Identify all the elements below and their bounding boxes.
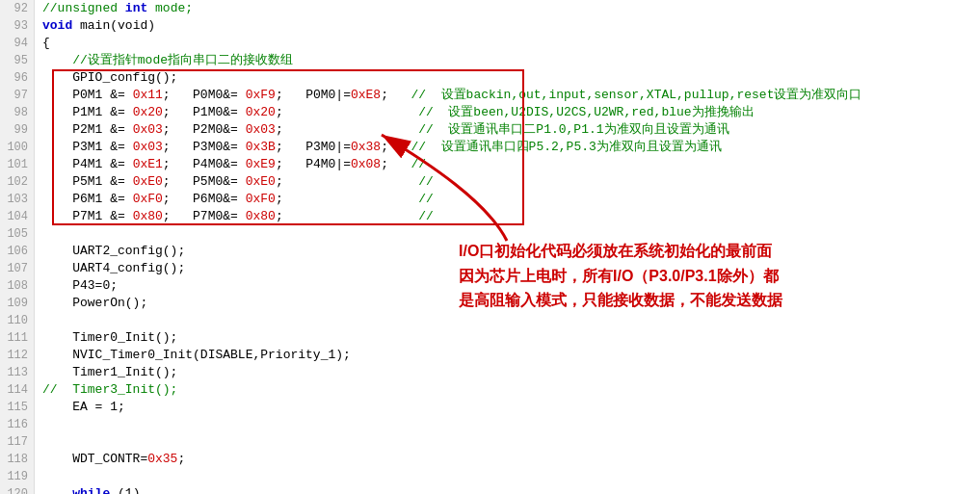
line-num-95: 95 bbox=[6, 52, 28, 69]
code-token: //unsigned int mode; bbox=[42, 0, 193, 17]
line-num-92: 92 bbox=[6, 0, 28, 17]
code-area[interactable]: //unsigned int mode; void main(void) { /… bbox=[35, 0, 980, 494]
code-token: GPIO_config(); bbox=[42, 69, 177, 87]
line-num-100: 100 bbox=[6, 139, 28, 156]
line-num-114: 114 bbox=[6, 381, 28, 399]
line-num-101: 101 bbox=[6, 156, 28, 173]
code-line-115: EA = 1; bbox=[42, 399, 980, 416]
line-num-106: 106 bbox=[6, 243, 28, 260]
code-line-120: while (1) bbox=[42, 485, 980, 494]
code-line-94: { bbox=[42, 35, 980, 52]
line-num-112: 112 bbox=[6, 347, 28, 364]
line-num-94: 94 bbox=[6, 35, 28, 52]
code-line-103: P6M1 &= 0xF0; P6M0&= 0xF0; // bbox=[42, 191, 980, 208]
code-line-110 bbox=[42, 312, 980, 329]
code-line-108: P43=0; bbox=[42, 277, 980, 295]
line-num-110: 110 bbox=[6, 312, 28, 329]
line-num-93: 93 bbox=[6, 17, 28, 35]
code-line-119 bbox=[42, 468, 980, 485]
code-line-111: Timer0_Init(); bbox=[42, 329, 980, 347]
code-line-107: UART4_config(); bbox=[42, 260, 980, 277]
code-line-106: UART2_config(); bbox=[42, 243, 980, 260]
code-line-114: // Timer3_Init(); bbox=[42, 381, 980, 399]
code-line-96: GPIO_config(); bbox=[42, 69, 980, 87]
line-num-113: 113 bbox=[6, 364, 28, 381]
line-num-108: 108 bbox=[6, 277, 28, 295]
code-line-117 bbox=[42, 433, 980, 451]
code-token: void bbox=[42, 17, 72, 35]
line-num-107: 107 bbox=[6, 260, 28, 277]
code-token: main(void) bbox=[72, 17, 155, 35]
code-line-97: P0M1 &= 0x11; P0M0&= 0xF9; P0M0|=0xE8; /… bbox=[42, 87, 980, 104]
line-num-120: 120 bbox=[6, 485, 28, 494]
code-token: { bbox=[42, 35, 50, 52]
line-num-97: 97 bbox=[6, 87, 28, 104]
line-num-99: 99 bbox=[6, 121, 28, 139]
line-num-119: 119 bbox=[6, 468, 28, 485]
code-line-118: WDT_CONTR=0x35; bbox=[42, 451, 980, 468]
line-num-117: 117 bbox=[6, 433, 28, 451]
code-token: //设置指针mode指向串口二的接收数组 bbox=[72, 52, 293, 69]
line-num-103: 103 bbox=[6, 191, 28, 208]
line-num-102: 102 bbox=[6, 173, 28, 191]
code-line-95: //设置指针mode指向串口二的接收数组 bbox=[42, 52, 980, 69]
code-line-101: P4M1 &= 0xE1; P4M0&= 0xE9; P4M0|=0x08; /… bbox=[42, 156, 980, 173]
code-line-116 bbox=[42, 416, 980, 433]
code-line-93: void main(void) bbox=[42, 17, 980, 35]
code-line-105 bbox=[42, 225, 980, 243]
code-line-100: P3M1 &= 0x03; P3M0&= 0x3B; P3M0|=0x38; /… bbox=[42, 139, 980, 156]
line-numbers: 92 93 94 95 96 97 98 99 100 101 102 103 … bbox=[0, 0, 35, 494]
code-line-109: PowerOn(); bbox=[42, 295, 980, 312]
code-line-112: NVIC_Timer0_Init(DISABLE,Priority_1); bbox=[42, 347, 980, 364]
code-line-99: P2M1 &= 0x03; P2M0&= 0x03; // 设置通讯串口二P1.… bbox=[42, 121, 980, 139]
line-num-118: 118 bbox=[6, 451, 28, 468]
code-line-98: P1M1 &= 0x20; P1M0&= 0x20; // 设置been,U2D… bbox=[42, 104, 980, 121]
line-num-104: 104 bbox=[6, 208, 28, 225]
code-line-102: P5M1 &= 0xE0; P5M0&= 0xE0; // bbox=[42, 173, 980, 191]
code-line-104: P7M1 &= 0x80; P7M0&= 0x80; // bbox=[42, 208, 980, 225]
line-num-116: 116 bbox=[6, 416, 28, 433]
code-line-113: Timer1_Init(); bbox=[42, 364, 980, 381]
code-token bbox=[42, 52, 72, 69]
line-num-109: 109 bbox=[6, 295, 28, 312]
code-line-92: //unsigned int mode; bbox=[42, 0, 980, 17]
line-num-98: 98 bbox=[6, 104, 28, 121]
line-num-115: 115 bbox=[6, 399, 28, 416]
line-num-105: 105 bbox=[6, 225, 28, 243]
line-num-96: 96 bbox=[6, 69, 28, 87]
line-num-111: 111 bbox=[6, 329, 28, 347]
editor-container: 92 93 94 95 96 97 98 99 100 101 102 103 … bbox=[0, 0, 980, 494]
